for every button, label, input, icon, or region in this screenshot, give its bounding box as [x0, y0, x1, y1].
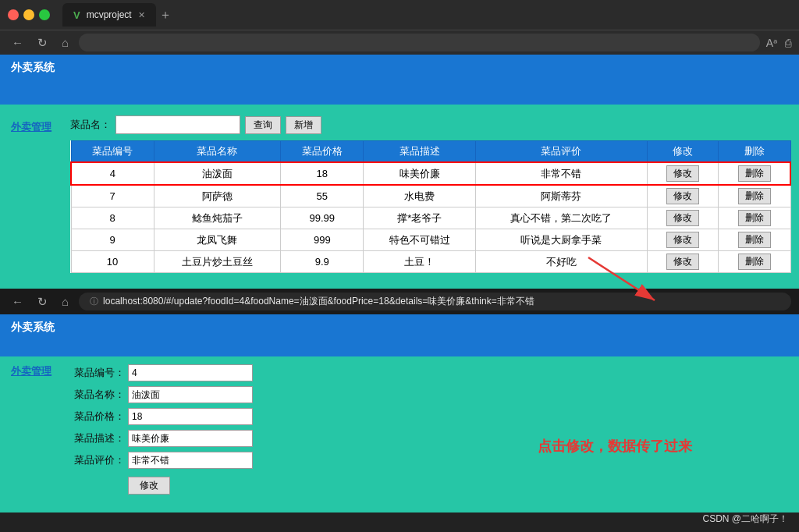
minimize-button[interactable]	[23, 9, 34, 20]
cell-price: 9.9	[281, 251, 364, 273]
app-header-2: 外卖系统	[0, 314, 799, 341]
cell-delete[interactable]: 删除	[719, 207, 790, 229]
address-bar-row-1: ← ↻ ⌂ localhost:8080/#/query Aᵃ ⎙	[0, 30, 799, 55]
cell-modify[interactable]: 修改	[647, 185, 719, 207]
reload-button[interactable]: ↻	[34, 34, 51, 51]
cell-desc: 味美价廉	[364, 162, 476, 185]
sidebar-link-1[interactable]: 外卖管理	[11, 121, 51, 133]
cell-id: 10	[71, 251, 154, 273]
table-header-row: 菜品编号 菜品名称 菜品价格 菜品描述 菜品评价 修改 删除	[71, 141, 790, 163]
table-body: 4 油泼面 18 味美价廉 非常不错 修改 删除 7 阿萨德 55 水电费 阿斯…	[71, 162, 790, 273]
form-input-foodName[interactable]	[128, 386, 253, 403]
window-controls	[8, 9, 50, 20]
search-input[interactable]	[115, 115, 240, 134]
browser-window-2: ← ↻ ⌂ ⓘ localhost:8080/#/update?foodId=4…	[0, 289, 799, 512]
table-row: 10 土豆片炒土豆丝 9.9 土豆！ 不好吃 修改 删除	[71, 251, 790, 273]
new-tab-button[interactable]: ＋	[159, 7, 172, 23]
update-form: 菜品编号： 菜品名称： 菜品价格： 菜品描述： 菜品评价：	[70, 364, 423, 469]
active-tab[interactable]: V mcvproject ✕	[62, 3, 156, 27]
modify-button-9[interactable]: 修改	[666, 232, 699, 248]
sidebar-1: 外卖管理	[0, 112, 70, 281]
cell-id: 7	[71, 185, 154, 207]
form-input-foodPrice[interactable]	[128, 408, 253, 425]
content-area-1: 菜品名： 查询 新增 菜品编号 菜品名称 菜品价格 菜品描述 菜品评价	[70, 112, 799, 281]
add-button[interactable]: 新增	[286, 116, 321, 134]
submit-modify-button[interactable]: 修改	[128, 477, 170, 495]
cell-modify[interactable]: 修改	[647, 162, 719, 185]
cell-name: 鲶鱼炖茄子	[154, 207, 281, 229]
main-content-1: 外卖管理 菜品名： 查询 新增 菜品编号 菜品名称 菜品价格	[0, 105, 799, 289]
form-input-think[interactable]	[128, 452, 253, 469]
form-label-think: 菜品评价：	[70, 453, 125, 467]
cell-delete[interactable]: 删除	[719, 229, 790, 251]
annotation-area: 点击修改，数据传了过来	[431, 356, 799, 512]
share-icon: ⎙	[785, 37, 791, 49]
blue-spacer-2	[0, 341, 799, 356]
second-chrome: ← ↻ ⌂ ⓘ localhost:8080/#/update?foodId=4…	[0, 289, 799, 314]
col-delete: 删除	[719, 141, 790, 163]
table-row: 4 油泼面 18 味美价廉 非常不错 修改 删除	[71, 162, 790, 185]
query-button[interactable]: 查询	[245, 116, 281, 134]
home-button[interactable]: ⌂	[58, 34, 73, 51]
back-button-2[interactable]: ←	[8, 293, 27, 310]
cell-desc: 撑*老爷子	[364, 207, 476, 229]
delete-button-9[interactable]: 删除	[738, 232, 771, 248]
cell-review: 真心不错，第二次吃了	[476, 207, 647, 229]
delete-button-8[interactable]: 删除	[738, 210, 771, 226]
back-button[interactable]: ←	[8, 34, 27, 51]
annotation-text: 点击修改，数据传了过来	[538, 437, 692, 456]
second-content: 菜品编号： 菜品名称： 菜品价格： 菜品描述： 菜品评价： 修改	[70, 356, 431, 512]
cell-name: 土豆片炒土豆丝	[154, 251, 281, 273]
modify-button-10[interactable]: 修改	[666, 254, 699, 270]
cell-delete[interactable]: 删除	[719, 185, 790, 207]
cell-modify[interactable]: 修改	[647, 229, 719, 251]
cell-id: 4	[71, 162, 154, 185]
cell-modify[interactable]: 修改	[647, 251, 719, 273]
tab-bar: V mcvproject ✕ ＋	[62, 3, 791, 27]
address-icons: Aᵃ ⎙	[766, 37, 791, 49]
delete-button-4[interactable]: 删除	[738, 165, 771, 182]
sidebar-link-2[interactable]: 外卖管理	[11, 365, 51, 377]
app-window-2: 外卖系统 外卖管理 菜品编号： 菜品名称： 菜品价格： 菜品描述： 菜品评价：	[0, 314, 799, 512]
home-button-2[interactable]: ⌂	[58, 293, 73, 310]
cell-review: 阿斯蒂芬	[476, 185, 647, 207]
vuejs-icon: V	[73, 9, 80, 21]
cell-delete[interactable]: 删除	[719, 251, 790, 273]
app-title-2: 外卖系统	[11, 321, 55, 333]
table-row: 9 龙凤飞舞 999 特色不可错过 听说是大厨拿手菜 修改 删除	[71, 229, 790, 251]
form-row-think: 菜品评价：	[70, 452, 423, 469]
second-main: 外卖管理 菜品编号： 菜品名称： 菜品价格： 菜品描述： 菜品评价： 修改 点击…	[0, 356, 799, 512]
tab-title: mcvproject	[87, 9, 132, 20]
table-row: 8 鲶鱼炖茄子 99.99 撑*老爷子 真心不错，第二次吃了 修改 删除	[71, 207, 790, 229]
form-row-details: 菜品描述：	[70, 430, 423, 447]
col-desc: 菜品描述	[364, 141, 476, 163]
form-row-foodName: 菜品名称：	[70, 386, 423, 403]
delete-button-10[interactable]: 删除	[738, 254, 771, 270]
modify-button-8[interactable]: 修改	[666, 210, 699, 226]
delete-button-7[interactable]: 删除	[738, 188, 771, 204]
app-title-1: 外卖系统	[11, 61, 55, 73]
cell-modify[interactable]: 修改	[647, 207, 719, 229]
close-button[interactable]	[8, 9, 19, 20]
cell-name: 阿萨德	[154, 185, 281, 207]
cell-price: 99.99	[281, 207, 364, 229]
app-header-1: 外卖系统	[0, 55, 799, 81]
modify-button-4[interactable]: 修改	[666, 165, 699, 182]
form-input-details[interactable]	[128, 430, 253, 447]
search-bar: 菜品名： 查询 新增	[70, 115, 791, 134]
cell-desc: 水电费	[364, 185, 476, 207]
reload-button-2[interactable]: ↻	[34, 293, 51, 310]
maximize-button[interactable]	[39, 9, 50, 20]
cell-review: 非常不错	[476, 162, 647, 185]
cell-desc: 特色不可错过	[364, 229, 476, 251]
tab-close-button[interactable]: ✕	[138, 10, 145, 20]
table-row: 7 阿萨德 55 水电费 阿斯蒂芬 修改 删除	[71, 185, 790, 207]
modify-button-7[interactable]: 修改	[666, 188, 699, 204]
col-id: 菜品编号	[71, 141, 154, 163]
address-input-1[interactable]: localhost:8080/#/query	[79, 34, 760, 51]
form-label-foodPrice: 菜品价格：	[70, 410, 125, 424]
form-row-foodId: 菜品编号：	[70, 364, 423, 381]
form-input-foodId[interactable]	[128, 364, 253, 381]
cell-price: 55	[281, 185, 364, 207]
cell-delete[interactable]: 删除	[719, 162, 790, 185]
